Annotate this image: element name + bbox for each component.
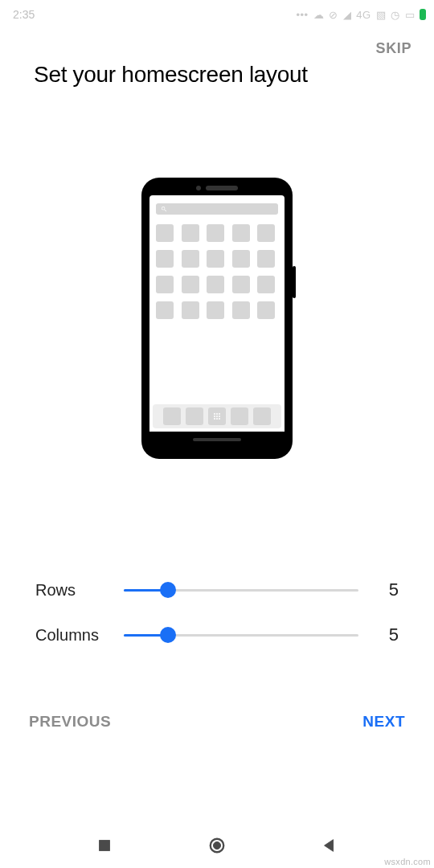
rows-slider-row: Rows 5 bbox=[35, 579, 399, 600]
svg-point-1 bbox=[216, 413, 218, 415]
svg-point-8 bbox=[219, 418, 220, 420]
dnd-icon: ⊘ bbox=[329, 9, 338, 21]
svg-point-3 bbox=[214, 416, 215, 417]
rows-label: Rows bbox=[35, 581, 124, 600]
columns-slider[interactable] bbox=[124, 625, 358, 645]
svg-rect-9 bbox=[100, 841, 110, 851]
next-button[interactable]: NEXT bbox=[362, 713, 405, 731]
dock-preview bbox=[156, 407, 278, 425]
search-icon bbox=[161, 206, 167, 212]
back-button[interactable] bbox=[313, 829, 346, 862]
svg-point-6 bbox=[214, 418, 215, 420]
app-drawer-icon bbox=[208, 407, 226, 425]
layout-preview bbox=[0, 88, 434, 459]
cloud-icon: ☁ bbox=[313, 9, 325, 21]
icon-grid-preview bbox=[156, 224, 278, 399]
skip-button[interactable]: SKIP bbox=[376, 40, 411, 57]
page-title: Set your homescreen layout bbox=[0, 57, 434, 88]
home-button[interactable] bbox=[201, 829, 233, 862]
columns-slider-row: Columns 5 bbox=[35, 624, 399, 645]
status-icons: ••• ☁ ⊘ ◢ 4G ▧ ◷ ▭ bbox=[297, 9, 427, 21]
svg-point-4 bbox=[216, 416, 218, 417]
svg-point-2 bbox=[219, 413, 220, 415]
rows-value: 5 bbox=[358, 579, 399, 600]
square-icon bbox=[96, 837, 113, 854]
rows-slider[interactable] bbox=[124, 580, 358, 600]
triangle-left-icon bbox=[321, 837, 338, 854]
circle-icon bbox=[208, 837, 226, 854]
dots-icon: ••• bbox=[297, 9, 309, 21]
search-bar-preview bbox=[156, 203, 278, 215]
svg-point-7 bbox=[216, 418, 218, 420]
phone-frame bbox=[141, 178, 293, 459]
svg-point-5 bbox=[219, 416, 220, 417]
clock-icon: ◷ bbox=[391, 9, 400, 21]
nfc-icon: ▧ bbox=[376, 9, 387, 21]
status-time: 2:35 bbox=[13, 8, 35, 21]
battery-icon: ▭ bbox=[405, 9, 416, 21]
network-label: 4G bbox=[356, 9, 371, 21]
svg-point-11 bbox=[213, 841, 220, 849]
recent-apps-button[interactable] bbox=[88, 829, 121, 862]
status-bar: 2:35 ••• ☁ ⊘ ◢ 4G ▧ ◷ ▭ bbox=[0, 0, 434, 26]
columns-value: 5 bbox=[358, 624, 399, 645]
watermark: wsxdn.com bbox=[384, 857, 431, 866]
signal-icon: ◢ bbox=[343, 9, 352, 21]
svg-point-0 bbox=[214, 413, 215, 415]
android-nav-bar bbox=[0, 823, 434, 868]
columns-label: Columns bbox=[35, 626, 124, 645]
battery-level-icon bbox=[420, 9, 426, 20]
previous-button[interactable]: PREVIOUS bbox=[29, 713, 111, 731]
